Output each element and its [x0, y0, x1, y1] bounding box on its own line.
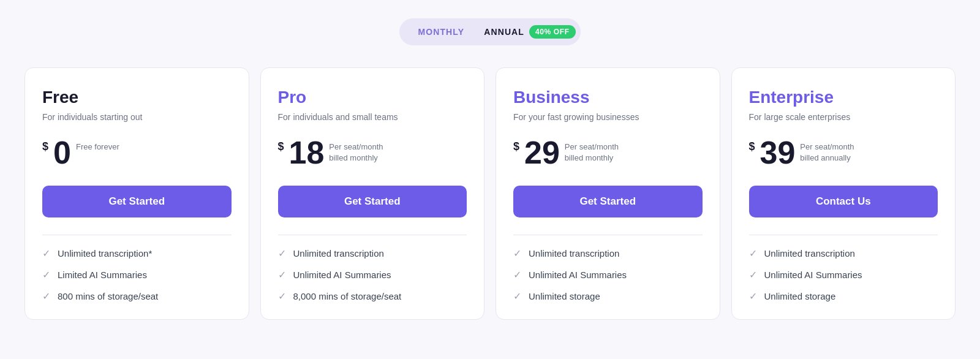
feature-text-pro-1: Unlimited AI Summaries	[293, 270, 391, 280]
billing-toggle[interactable]: MONTHLY ANNUAL 40% OFF	[399, 18, 580, 45]
check-icon-enterprise-0: ✓	[749, 248, 757, 259]
feature-text-free-1: Limited AI Summaries	[58, 270, 147, 280]
feature-text-enterprise-1: Unlimited AI Summaries	[764, 270, 862, 280]
price-desc-business: Per seat/month billed monthly	[565, 142, 626, 164]
feature-text-business-2: Unlimited storage	[529, 291, 600, 301]
feature-list-business: ✓ Unlimited transcription ✓ Unlimited AI…	[513, 248, 703, 302]
plan-name-business: Business	[513, 88, 703, 107]
plan-name-enterprise: Enterprise	[749, 88, 938, 107]
feature-item-free-1: ✓ Limited AI Summaries	[42, 269, 232, 281]
plan-tagline-pro: For individuals and small teams	[278, 112, 467, 122]
discount-badge: 40% OFF	[529, 25, 576, 39]
cta-button-pro[interactable]: Get Started	[278, 186, 467, 217]
feature-item-business-0: ✓ Unlimited transcription	[513, 248, 703, 259]
check-icon-enterprise-1: ✓	[749, 269, 757, 281]
plans-container: Free For individuals starting out $ 0 Fr…	[24, 67, 956, 320]
feature-text-business-1: Unlimited AI Summaries	[529, 270, 627, 280]
divider-pro	[278, 235, 467, 235]
check-icon-business-2: ✓	[513, 290, 521, 302]
price-amount-free: 0	[53, 137, 71, 168]
feature-item-free-0: ✓ Unlimited transcription*	[42, 248, 232, 259]
plan-price-free: $ 0 Free forever	[42, 137, 232, 168]
price-symbol-enterprise: $	[749, 140, 755, 153]
check-icon-free-0: ✓	[42, 248, 50, 259]
plan-card-enterprise: Enterprise For large scale enterprises $…	[731, 67, 956, 320]
divider-enterprise	[749, 235, 938, 235]
cta-button-business[interactable]: Get Started	[513, 186, 703, 217]
plan-tagline-enterprise: For large scale enterprises	[749, 112, 938, 122]
annual-wrapper: ANNUAL 40% OFF	[484, 25, 575, 39]
price-desc-pro: Per seat/month billed monthly	[329, 142, 390, 164]
cta-button-enterprise[interactable]: Contact Us	[749, 186, 938, 217]
price-amount-pro: 18	[289, 137, 325, 168]
feature-text-pro-0: Unlimited transcription	[293, 248, 384, 259]
monthly-tab[interactable]: MONTHLY	[404, 22, 478, 42]
feature-text-enterprise-2: Unlimited storage	[764, 291, 836, 301]
price-amount-enterprise: 39	[760, 137, 796, 168]
feature-item-pro-1: ✓ Unlimited AI Summaries	[278, 269, 467, 281]
plan-tagline-business: For your fast growing businesses	[513, 112, 703, 122]
plan-price-business: $ 29 Per seat/month billed monthly	[513, 137, 703, 168]
feature-text-enterprise-0: Unlimited transcription	[764, 248, 855, 259]
price-desc-enterprise: Per seat/month billed annually	[800, 142, 861, 164]
plan-tagline-free: For individuals starting out	[42, 112, 232, 122]
divider-free	[42, 235, 232, 235]
check-icon-enterprise-2: ✓	[749, 290, 757, 302]
plan-card-free: Free For individuals starting out $ 0 Fr…	[24, 67, 249, 320]
feature-list-pro: ✓ Unlimited transcription ✓ Unlimited AI…	[278, 248, 467, 302]
cta-button-free[interactable]: Get Started	[42, 186, 232, 217]
check-icon-business-1: ✓	[513, 269, 521, 281]
feature-item-enterprise-1: ✓ Unlimited AI Summaries	[749, 269, 938, 281]
price-amount-business: 29	[524, 137, 560, 168]
plan-name-free: Free	[42, 88, 232, 107]
check-icon-pro-0: ✓	[278, 248, 286, 259]
plan-price-enterprise: $ 39 Per seat/month billed annually	[749, 137, 938, 168]
divider-business	[513, 235, 703, 235]
price-desc-free: Free forever	[76, 142, 119, 153]
check-icon-business-0: ✓	[513, 248, 521, 259]
feature-item-pro-2: ✓ 8,000 mins of storage/seat	[278, 290, 467, 302]
price-symbol-business: $	[513, 140, 519, 153]
feature-item-business-1: ✓ Unlimited AI Summaries	[513, 269, 703, 281]
check-icon-pro-1: ✓	[278, 269, 286, 281]
plan-card-business: Business For your fast growing businesse…	[496, 67, 720, 320]
feature-item-free-2: ✓ 800 mins of storage/seat	[42, 290, 232, 302]
feature-item-enterprise-2: ✓ Unlimited storage	[749, 290, 938, 302]
price-symbol-pro: $	[278, 140, 284, 153]
check-icon-free-1: ✓	[42, 269, 50, 281]
feature-text-pro-2: 8,000 mins of storage/seat	[293, 291, 402, 301]
feature-text-free-2: 800 mins of storage/seat	[58, 291, 158, 301]
feature-item-pro-0: ✓ Unlimited transcription	[278, 248, 467, 259]
plan-card-pro: Pro For individuals and small teams $ 18…	[260, 67, 485, 320]
feature-text-free-0: Unlimited transcription*	[58, 248, 152, 259]
feature-text-business-0: Unlimited transcription	[529, 248, 619, 259]
feature-list-free: ✓ Unlimited transcription* ✓ Limited AI …	[42, 248, 232, 302]
feature-item-business-2: ✓ Unlimited storage	[513, 290, 703, 302]
feature-item-enterprise-0: ✓ Unlimited transcription	[749, 248, 938, 259]
price-symbol-free: $	[42, 140, 48, 153]
check-icon-free-2: ✓	[42, 290, 50, 302]
annual-label[interactable]: ANNUAL	[484, 27, 524, 37]
plan-price-pro: $ 18 Per seat/month billed monthly	[278, 137, 467, 168]
check-icon-pro-2: ✓	[278, 290, 286, 302]
plan-name-pro: Pro	[278, 88, 467, 107]
feature-list-enterprise: ✓ Unlimited transcription ✓ Unlimited AI…	[749, 248, 938, 302]
